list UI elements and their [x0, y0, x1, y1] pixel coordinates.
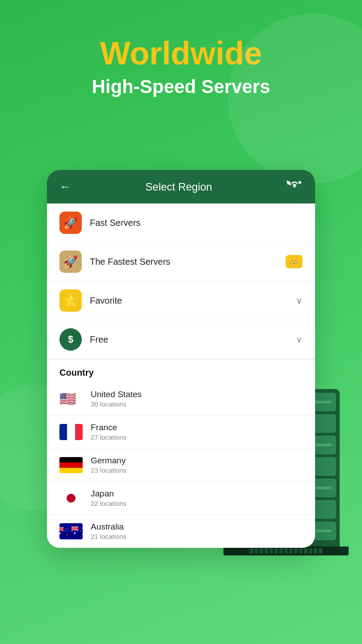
main-card: ← Select Region 🚀 Fast Servers 🚀 The Fas… — [47, 170, 315, 548]
menu-item-fast-servers[interactable]: 🚀 Fast Servers — [47, 203, 315, 242]
menu-item-free[interactable]: $ Free ∨ — [47, 320, 315, 359]
back-button[interactable]: ← — [59, 180, 71, 194]
flag-us: 🇺🇸 — [59, 391, 83, 407]
rack-base — [223, 547, 349, 555]
favorite-label: Favorite — [90, 296, 296, 306]
fastest-servers-label: The Fastest Servers — [90, 257, 286, 267]
favorite-icon: ⭐ — [59, 289, 82, 312]
country-item-us[interactable]: 🇺🇸 United States 30 locations — [47, 382, 315, 415]
country-item-au[interactable]: 🇦🇺 Australia 21 locations — [47, 515, 315, 548]
chevron-down-icon: ∨ — [296, 295, 303, 306]
flag-fr — [59, 424, 83, 440]
country-locations-jp: 22 locations — [91, 500, 303, 507]
country-info-fr: France 27 locations — [91, 423, 303, 441]
country-name-us: United States — [91, 390, 303, 399]
fastest-servers-icon: 🚀 — [59, 250, 82, 273]
country-section: Country 🇺🇸 United States 30 locations Fr… — [47, 360, 315, 548]
country-locations-au: 21 locations — [91, 533, 303, 540]
country-name-de: Germany — [91, 456, 303, 466]
wifi-icon — [286, 181, 303, 193]
country-name-jp: Japan — [91, 489, 303, 499]
card-header: ← Select Region — [47, 170, 315, 203]
country-info-de: Germany 23 locations — [91, 456, 303, 474]
country-locations-fr: 27 locations — [91, 433, 303, 441]
fast-servers-label: Fast Servers — [90, 218, 303, 228]
free-label: Free — [90, 335, 296, 345]
free-icon: $ — [59, 328, 82, 351]
fast-servers-icon: 🚀 — [59, 212, 82, 234]
flag-au: 🇦🇺 — [59, 523, 83, 539]
country-heading: Country — [47, 360, 315, 382]
country-info-jp: Japan 22 locations — [91, 489, 303, 507]
country-info-au: Australia 21 locations — [91, 522, 303, 540]
chevron-down-icon-free: ∨ — [296, 334, 303, 345]
country-item-fr[interactable]: France 27 locations — [47, 415, 315, 449]
country-item-de[interactable]: Germany 23 locations — [47, 449, 315, 482]
country-locations-de: 23 locations — [91, 466, 303, 474]
country-item-jp[interactable]: Japan 22 locations — [47, 482, 315, 515]
menu-item-fastest-servers[interactable]: 🚀 The Fastest Servers 👑 — [47, 242, 315, 281]
flag-jp — [59, 490, 83, 506]
flag-de — [59, 457, 83, 473]
card-header-title: Select Region — [145, 181, 212, 193]
crown-badge: 👑 — [286, 255, 303, 268]
country-name-au: Australia — [91, 522, 303, 532]
country-info-us: United States 30 locations — [91, 390, 303, 408]
country-locations-us: 30 locations — [91, 400, 303, 408]
svg-point-2 — [294, 185, 296, 187]
country-name-fr: France — [91, 423, 303, 432]
rack-base-lines — [250, 548, 322, 554]
menu-item-favorite[interactable]: ⭐ Favorite ∨ — [47, 281, 315, 320]
